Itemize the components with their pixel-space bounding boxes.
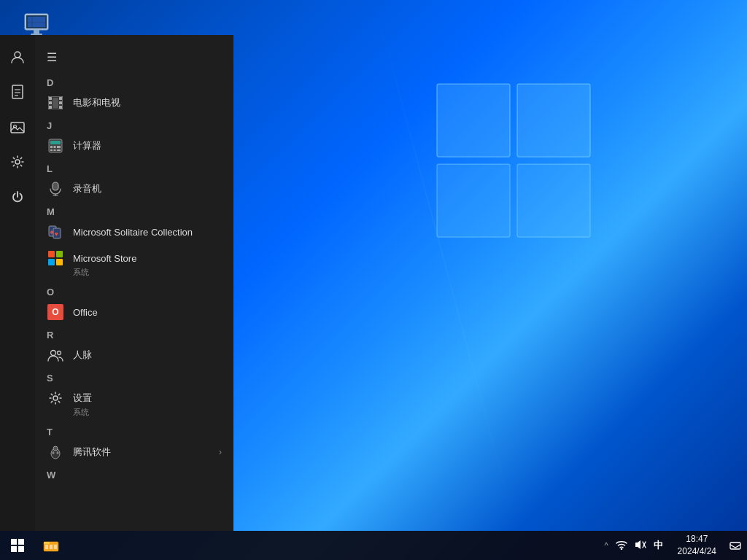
svg-rect-16 xyxy=(11,122,24,133)
svg-rect-22 xyxy=(49,106,52,109)
volume-tray-icon[interactable] xyxy=(633,538,648,553)
sidebar-icon-photos[interactable] xyxy=(0,111,35,143)
hamburger-icon: ☰ xyxy=(47,50,57,64)
start-app-list[interactable]: ☰ D 电影和电视 xyxy=(35,35,233,531)
network-tray-icon[interactable] xyxy=(614,538,629,553)
svg-rect-49 xyxy=(11,539,17,545)
taskbar: ^ xyxy=(0,531,747,560)
clock-date: 2024/4/24 xyxy=(678,545,716,558)
store-subtitle: 系统 xyxy=(47,267,222,278)
svg-rect-2 xyxy=(437,164,510,237)
svg-rect-52 xyxy=(18,546,24,552)
svg-rect-30 xyxy=(54,146,56,148)
svg-rect-25 xyxy=(59,106,62,109)
films-icon xyxy=(47,94,64,112)
svg-point-47 xyxy=(53,451,55,454)
start-sidebar xyxy=(0,35,35,531)
windows-logo xyxy=(433,80,601,248)
svg-rect-29 xyxy=(50,146,53,148)
show-hidden-tray-icon[interactable]: ^ xyxy=(603,540,609,551)
calculator-label: 计算器 xyxy=(73,139,101,152)
contacts-icon xyxy=(47,346,64,364)
desktop: 此电脑 xyxy=(0,0,747,560)
svg-rect-21 xyxy=(49,101,52,104)
svg-point-48 xyxy=(57,451,59,454)
svg-rect-8 xyxy=(28,17,45,27)
solitaire-icon: ♠ ♥ xyxy=(47,223,64,241)
svg-rect-59 xyxy=(635,542,638,547)
svg-point-58 xyxy=(620,548,622,549)
svg-rect-6 xyxy=(34,30,39,34)
clock-time: 18:47 xyxy=(686,533,708,545)
section-o: O xyxy=(35,282,233,299)
start-hamburger-button[interactable]: ☰ xyxy=(35,41,233,73)
films-label: 电影和电视 xyxy=(73,96,120,109)
section-j: J xyxy=(35,116,233,133)
app-item-films[interactable]: 电影和电视 xyxy=(35,90,233,116)
svg-rect-51 xyxy=(11,546,17,552)
svg-rect-0 xyxy=(437,84,510,157)
contacts-label: 人脉 xyxy=(73,349,92,362)
svg-rect-57 xyxy=(54,545,57,549)
store-label: Microsoft Store xyxy=(73,253,136,264)
svg-rect-12 xyxy=(12,85,23,98)
section-l: L xyxy=(35,159,233,176)
recorder-icon xyxy=(47,180,64,198)
notification-button[interactable] xyxy=(724,531,747,560)
svg-rect-35 xyxy=(53,182,58,190)
svg-rect-23 xyxy=(59,97,62,100)
section-r: R xyxy=(35,325,233,342)
svg-rect-32 xyxy=(50,149,53,151)
svg-point-11 xyxy=(15,52,20,58)
svg-point-44 xyxy=(53,396,58,400)
app-item-settings[interactable]: 设置 系统 xyxy=(35,385,233,422)
office-icon: O xyxy=(47,303,64,321)
sidebar-icon-power[interactable] xyxy=(0,181,35,213)
svg-rect-26 xyxy=(53,98,58,108)
svg-point-43 xyxy=(58,351,61,355)
svg-rect-28 xyxy=(50,141,61,144)
start-button[interactable] xyxy=(0,531,35,560)
taskbar-clock[interactable]: 18:47 2024/4/24 xyxy=(670,531,724,560)
svg-rect-20 xyxy=(49,97,52,100)
file-explorer-button[interactable] xyxy=(36,531,66,560)
svg-rect-50 xyxy=(18,539,24,545)
svg-text:♥: ♥ xyxy=(55,230,58,238)
taskbar-right: ^ xyxy=(597,531,747,560)
system-tray: ^ xyxy=(597,531,670,560)
tencent-expand-arrow: › xyxy=(219,447,222,457)
app-item-contacts[interactable]: 人脉 xyxy=(35,342,233,368)
svg-rect-55 xyxy=(45,545,48,549)
office-label: Office xyxy=(73,307,98,318)
svg-rect-31 xyxy=(57,146,61,148)
sidebar-icon-profile[interactable] xyxy=(0,41,35,73)
store-icon xyxy=(47,249,64,267)
app-item-office[interactable]: O Office xyxy=(35,299,233,325)
sidebar-icon-document[interactable] xyxy=(0,76,35,108)
section-s: S xyxy=(35,368,233,385)
svg-rect-33 xyxy=(54,149,56,151)
section-d: D xyxy=(35,73,233,90)
solitaire-label: Microsoft Solitaire Collection xyxy=(73,227,193,238)
app-item-calculator[interactable]: 计算器 xyxy=(35,133,233,159)
ime-indicator[interactable]: 中 xyxy=(652,537,665,553)
section-t: T xyxy=(35,422,233,439)
app-item-store[interactable]: Microsoft Store 系统 xyxy=(35,245,233,282)
recorder-label: 录音机 xyxy=(73,182,101,195)
section-m: M xyxy=(35,202,233,219)
start-menu: ☰ D 电影和电视 xyxy=(0,35,233,531)
svg-point-46 xyxy=(53,446,58,451)
app-item-recorder[interactable]: 录音机 xyxy=(35,176,233,202)
settings-label: 设置 xyxy=(73,392,92,405)
svg-rect-54 xyxy=(44,542,50,544)
app-item-tencent[interactable]: 腾讯软件 › xyxy=(35,439,233,465)
app-item-solitaire[interactable]: ♠ ♥ Microsoft Solitaire Collection xyxy=(35,219,233,245)
svg-rect-1 xyxy=(517,84,590,157)
sidebar-icon-settings[interactable] xyxy=(0,146,35,178)
svg-point-18 xyxy=(15,160,20,164)
calc-icon xyxy=(47,137,64,155)
svg-rect-3 xyxy=(517,164,590,237)
tencent-icon xyxy=(47,443,64,461)
svg-rect-56 xyxy=(50,545,53,549)
tencent-label: 腾讯软件 xyxy=(73,446,111,459)
